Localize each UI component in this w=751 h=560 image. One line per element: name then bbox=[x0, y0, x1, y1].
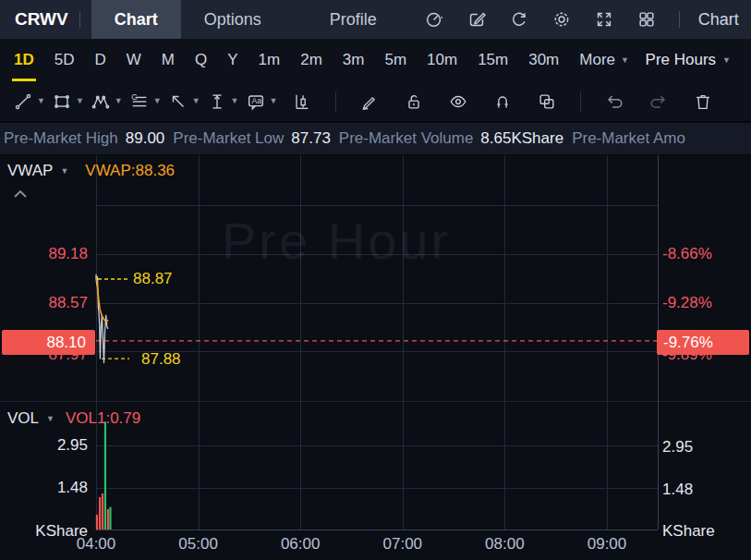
chevron-down-icon[interactable]: ▼ bbox=[46, 415, 55, 423]
volume-bar bbox=[109, 507, 111, 530]
premarket-high-value: 89.00 bbox=[126, 129, 165, 148]
undo-icon bbox=[603, 91, 625, 113]
tab-chart[interactable]: Chart bbox=[91, 0, 181, 39]
drawing-toolbar: ▼ ▼ ▼ G ▼ ▼ bbox=[0, 81, 751, 121]
price-volume-chart[interactable] bbox=[0, 155, 751, 560]
chevron-down-icon[interactable]: ▼ bbox=[60, 167, 68, 176]
svg-text:Aa: Aa bbox=[251, 96, 261, 105]
volume-bar bbox=[99, 497, 101, 530]
tab-profile[interactable]: Profile bbox=[307, 0, 400, 39]
vwap-indicator-name[interactable]: VWAP bbox=[7, 162, 53, 180]
chevron-down-icon: ▼ bbox=[37, 97, 45, 105]
volume-value: VOL1:0.79 bbox=[66, 409, 140, 428]
arrow-tool[interactable]: ▼ bbox=[167, 91, 200, 113]
magnet-icon bbox=[491, 91, 514, 113]
timeframe-quarter[interactable]: Q bbox=[185, 39, 217, 81]
volume-bar bbox=[104, 421, 106, 530]
chevron-down-icon: ▼ bbox=[231, 97, 239, 105]
volume-unit-right: KShare bbox=[662, 522, 715, 541]
vwap-indicator-row: VWAP ▼ VWAP:88.36 bbox=[7, 162, 175, 180]
session-high-marker: 88.87 bbox=[133, 270, 173, 288]
volume-bar bbox=[102, 493, 103, 530]
refresh-icon[interactable] bbox=[508, 8, 530, 30]
timeframe-1m[interactable]: 1m bbox=[248, 39, 291, 81]
visibility-tool[interactable] bbox=[447, 91, 469, 113]
chart-canvas-area[interactable]: Pre Hour VWAP ▼ VWAP:88.36 VOL ▼ VOL1:0.… bbox=[0, 155, 751, 560]
timeframe-day[interactable]: D bbox=[84, 39, 115, 81]
ticker-symbol: CRWV bbox=[0, 9, 68, 30]
settings-gear-icon[interactable] bbox=[551, 8, 573, 30]
merge-scales-tool[interactable] bbox=[536, 91, 558, 113]
trash-icon bbox=[692, 91, 714, 113]
premarket-info-bar: Pre-Market High 89.00 Pre-Market Low 87.… bbox=[0, 121, 751, 155]
chevron-down-icon: ▼ bbox=[76, 97, 84, 105]
eye-icon bbox=[447, 91, 469, 113]
timeframe-more-dropdown[interactable]: More ▼ bbox=[569, 51, 639, 69]
timeframe-2m[interactable]: 2m bbox=[290, 39, 333, 81]
trend-line-tool[interactable]: ▼ bbox=[12, 91, 45, 113]
fullscreen-icon[interactable] bbox=[593, 8, 615, 30]
premarket-volume-label: Pre-Market Volume bbox=[339, 129, 474, 148]
volume-indicator-row: VOL ▼ VOL1:0.79 bbox=[7, 409, 140, 428]
undo-button[interactable] bbox=[603, 91, 625, 113]
nav-divider bbox=[679, 11, 680, 28]
arrow-up-left-icon bbox=[167, 91, 189, 113]
premarket-low-value: 87.73 bbox=[291, 129, 331, 148]
timeframe-15m[interactable]: 15m bbox=[467, 39, 518, 81]
volume-bar bbox=[107, 509, 109, 530]
current-price-badge: 88.10 bbox=[2, 330, 95, 355]
session-low-marker: 87.88 bbox=[141, 350, 181, 369]
timeframe-10m[interactable]: 10m bbox=[417, 39, 467, 81]
premarket-low-label: Pre-Market Low bbox=[173, 129, 284, 148]
premarket-high-label: Pre-Market High bbox=[4, 129, 118, 148]
volume-bar bbox=[96, 515, 98, 530]
annotate-icon[interactable] bbox=[466, 8, 488, 30]
redo-button[interactable] bbox=[648, 91, 670, 113]
tab-options[interactable]: Options bbox=[181, 0, 285, 39]
timeframe-year[interactable]: Y bbox=[217, 39, 248, 81]
timeframe-30m[interactable]: 30m bbox=[518, 39, 569, 81]
premarket-amount-label: Pre-Market Amo bbox=[572, 129, 685, 148]
collapse-pane-button[interactable] bbox=[12, 189, 29, 200]
toolbar-divider bbox=[335, 91, 336, 112]
wave-pattern-tool[interactable]: ▼ bbox=[90, 91, 123, 113]
svg-text:G: G bbox=[131, 93, 137, 102]
delete-drawings-button[interactable] bbox=[692, 91, 714, 113]
volume-unit-left: KShare bbox=[28, 522, 88, 541]
toolbar-divider bbox=[580, 91, 581, 112]
magnet-tool[interactable] bbox=[491, 91, 514, 113]
text-annotation-tool[interactable]: Aa ▼ bbox=[245, 91, 278, 113]
timeframe-3m[interactable]: 3m bbox=[333, 39, 375, 81]
session-selector[interactable]: Pre Hours ▼ bbox=[646, 51, 751, 69]
gann-tool[interactable]: G ▼ bbox=[128, 91, 162, 113]
timeframe-1d[interactable]: 1D bbox=[4, 39, 44, 81]
trading-app-window: { "navbar": { "ticker": "CRWV", "tabs": … bbox=[0, 0, 751, 560]
draw-mode-tool[interactable] bbox=[358, 91, 381, 113]
trend-line-icon bbox=[12, 91, 34, 113]
timeframe-bar: 1D 5D D W M Q Y 1m 2m 3m 5m 10m 15m 30m … bbox=[0, 39, 751, 81]
more-label: More bbox=[579, 51, 615, 69]
zigzag-wave-icon bbox=[90, 91, 112, 113]
shape-tool[interactable]: ▼ bbox=[51, 91, 84, 113]
nav-icon-group bbox=[413, 8, 668, 30]
chevron-down-icon: ▼ bbox=[621, 56, 629, 65]
overlap-squares-icon bbox=[536, 91, 558, 113]
timeframe-5d[interactable]: 5D bbox=[44, 39, 85, 81]
chevron-down-icon: ▼ bbox=[153, 97, 162, 105]
unlock-icon bbox=[403, 91, 425, 113]
redo-icon bbox=[648, 91, 670, 113]
gauge-icon[interactable] bbox=[423, 8, 445, 30]
layout-grid-icon[interactable] bbox=[636, 8, 658, 30]
timeframe-month[interactable]: M bbox=[151, 39, 185, 81]
measure-tool[interactable]: ▼ bbox=[206, 91, 239, 113]
timeframe-week[interactable]: W bbox=[116, 39, 151, 81]
top-nav-bar: CRWV Chart Options Profile bbox=[0, 0, 751, 39]
session-label: Pre Hours bbox=[646, 51, 717, 69]
chevron-down-icon: ▼ bbox=[722, 56, 731, 65]
pencil-icon bbox=[358, 91, 381, 113]
volume-indicator-name[interactable]: VOL bbox=[7, 409, 39, 428]
lock-drawings-tool[interactable] bbox=[403, 91, 425, 113]
timeframe-5m[interactable]: 5m bbox=[374, 39, 417, 81]
candlestick-pattern-tool[interactable] bbox=[291, 91, 313, 113]
chevron-down-icon: ▼ bbox=[115, 97, 123, 105]
